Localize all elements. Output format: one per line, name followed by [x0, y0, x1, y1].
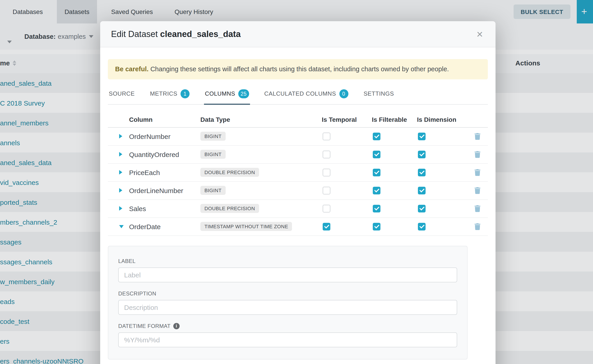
expand-caret-icon[interactable] [119, 206, 122, 211]
modal-title-dataset-name: cleaned_sales_data [160, 29, 241, 39]
modal-header: Edit Dataset cleaned_sales_data × [100, 21, 495, 47]
is-temporal-checkbox[interactable] [323, 223, 330, 230]
tab-metrics[interactable]: METRICS1 [149, 84, 191, 104]
data-type-pill: BIGINT [200, 150, 226, 159]
is-dimension-checkbox[interactable] [418, 187, 426, 194]
datetime-format-input[interactable] [118, 332, 457, 347]
field-label: DATETIME FORMAT [118, 323, 457, 329]
tab-columns[interactable]: COLUMNS25 [204, 84, 250, 104]
is-dimension-checkbox[interactable] [418, 223, 426, 230]
modal-body: Be careful. Changing these settings will… [100, 47, 495, 364]
field-label-text: DESCRIPTION [118, 290, 156, 297]
column-name: OrderLineNumber [126, 187, 197, 194]
data-type-pill: DOUBLE PRECISION [200, 168, 259, 177]
description-input[interactable] [118, 300, 457, 315]
header-is-filterable: Is Filterable [372, 116, 417, 123]
header-data-type: Data Type [197, 116, 322, 123]
tab-label: CALCULATED COLUMNS [264, 90, 336, 97]
field-label: DESCRIPTION [118, 290, 457, 297]
delete-column-icon[interactable] [474, 151, 481, 158]
info-icon[interactable] [173, 323, 180, 329]
is-temporal-checkbox[interactable] [323, 150, 330, 158]
is-dimension-checkbox[interactable] [418, 205, 426, 212]
header-is-dimension: Is Dimension [417, 116, 467, 123]
field-datetime-format: DATETIME FORMAT [118, 323, 457, 347]
is-filterable-checkbox[interactable] [373, 205, 381, 212]
data-type-pill: DOUBLE PRECISION [200, 204, 259, 213]
warning-banner-text: Changing these settings will affect all … [150, 65, 449, 73]
field-description: DESCRIPTION [118, 290, 457, 315]
tab-label: SOURCE [109, 90, 135, 97]
warning-banner-bold: Be careful. [115, 65, 148, 73]
tab-label: METRICS [150, 90, 177, 97]
label-input[interactable] [118, 267, 457, 282]
column-name: OrderDate [126, 223, 197, 230]
delete-column-icon[interactable] [474, 133, 481, 140]
is-dimension-checkbox[interactable] [418, 169, 426, 176]
expand-caret-icon[interactable] [119, 225, 124, 228]
expand-caret-icon[interactable] [119, 134, 122, 138]
column-row-priceeach: PriceEachDOUBLE PRECISION [108, 163, 488, 182]
field-label: LABEL [118, 258, 457, 282]
is-filterable-checkbox[interactable] [373, 150, 381, 158]
delete-column-icon[interactable] [474, 169, 481, 176]
column-name: Sales [126, 205, 197, 212]
is-filterable-checkbox[interactable] [373, 187, 381, 194]
column-row-ordernumber: OrderNumberBIGINT [108, 127, 488, 145]
data-type-pill: BIGINT [200, 186, 226, 195]
is-filterable-checkbox[interactable] [373, 169, 381, 176]
columns-table-body: OrderNumberBIGINTQuantityOrderedBIGINTPr… [108, 127, 488, 236]
delete-column-icon[interactable] [474, 187, 481, 194]
is-temporal-checkbox[interactable] [323, 187, 330, 194]
is-dimension-checkbox[interactable] [418, 132, 426, 140]
columns-table: Column Data Type Is Temporal Is Filterab… [108, 112, 488, 236]
edit-dataset-modal: Edit Dataset cleaned_sales_data × Be car… [100, 21, 495, 364]
tab-count-badge: 1 [180, 89, 190, 98]
data-type-pill: TIMESTAMP WITHOUT TIME ZONE [200, 222, 292, 231]
is-temporal-checkbox[interactable] [323, 205, 330, 212]
is-filterable-checkbox[interactable] [373, 223, 381, 230]
tab-source[interactable]: SOURCE [108, 84, 136, 104]
close-icon[interactable]: × [475, 27, 485, 41]
is-filterable-checkbox[interactable] [373, 132, 381, 140]
header-column: Column [126, 116, 197, 123]
column-row-orderdate: OrderDateTIMESTAMP WITHOUT TIME ZONE [108, 218, 488, 236]
field-label-text: DATETIME FORMAT [118, 323, 171, 329]
expand-caret-icon[interactable] [119, 152, 122, 156]
warning-banner: Be careful. Changing these settings will… [108, 59, 488, 79]
tab-count-badge: 25 [238, 89, 249, 98]
app-root: DatabasesDatasetsSaved QueriesQuery Hist… [0, 0, 593, 364]
column-name: QuantityOrdered [126, 150, 197, 158]
tab-calculated-columns[interactable]: CALCULATED COLUMNS0 [263, 84, 349, 104]
column-row-sales: SalesDOUBLE PRECISION [108, 200, 488, 218]
expand-caret-icon[interactable] [119, 188, 122, 193]
column-detail-panel: LABELDESCRIPTIONDATETIME FORMAT [108, 246, 468, 359]
column-name: OrderNumber [126, 132, 197, 140]
is-temporal-checkbox[interactable] [323, 132, 330, 140]
modal-tabs: SOURCEMETRICS1COLUMNS25CALCULATED COLUMN… [108, 84, 488, 104]
field-label: LABEL [118, 258, 457, 264]
tab-label: SETTINGS [363, 90, 394, 97]
tab-label: COLUMNS [205, 90, 235, 97]
column-row-quantityordered: QuantityOrderedBIGINT [108, 145, 488, 163]
delete-column-icon[interactable] [474, 223, 481, 230]
column-name: PriceEach [126, 169, 197, 176]
expand-caret-icon[interactable] [119, 170, 122, 175]
is-temporal-checkbox[interactable] [323, 169, 330, 176]
field-label-text: LABEL [118, 258, 136, 264]
modal-title: Edit Dataset cleaned_sales_data [111, 29, 241, 39]
column-row-orderlinenumber: OrderLineNumberBIGINT [108, 182, 488, 200]
modal-title-prefix: Edit Dataset [111, 29, 158, 39]
tab-count-badge: 0 [339, 89, 348, 98]
columns-table-header: Column Data Type Is Temporal Is Filterab… [108, 112, 488, 127]
delete-column-icon[interactable] [474, 205, 481, 212]
tab-settings[interactable]: SETTINGS [362, 84, 395, 104]
data-type-pill: BIGINT [200, 132, 226, 141]
is-dimension-checkbox[interactable] [418, 150, 426, 158]
header-is-temporal: Is Temporal [322, 116, 372, 123]
